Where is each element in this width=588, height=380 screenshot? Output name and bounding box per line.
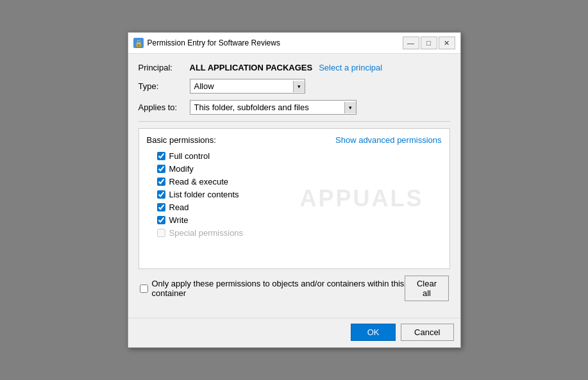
- read-execute-checkbox[interactable]: [157, 178, 165, 186]
- main-window: 🔒 Permission Entry for Software Reviews …: [128, 32, 461, 348]
- modify-label: Modify: [169, 164, 194, 174]
- ok-button[interactable]: OK: [351, 324, 396, 341]
- special-permissions-checkbox[interactable]: [157, 229, 165, 237]
- applies-to-label: Applies to:: [139, 103, 190, 112]
- type-select-arrow: ▾: [293, 81, 305, 92]
- maximize-button[interactable]: □: [421, 37, 437, 49]
- window-controls: — □ ✕: [403, 37, 455, 49]
- checkbox-row-full-control: Full control: [157, 151, 442, 161]
- checkbox-row-list-folder: List folder contents: [157, 190, 442, 199]
- permissions-section: Basic permissions: Show advanced permiss…: [139, 128, 450, 269]
- special-permissions-label: Special permissions: [169, 228, 244, 238]
- read-execute-label: Read & execute: [169, 177, 229, 186]
- divider: [139, 121, 450, 122]
- type-select-value: Allow: [194, 81, 290, 91]
- write-label: Write: [169, 215, 189, 225]
- content-area: Principal: ALL APPLICATION PACKAGES Sele…: [128, 54, 460, 318]
- applies-to-select-value: This folder, subfolders and files: [194, 103, 342, 112]
- read-label: Read: [169, 202, 189, 212]
- permissions-header: Basic permissions: Show advanced permiss…: [147, 135, 442, 145]
- window-title: Permission Entry for Software Reviews: [147, 38, 403, 47]
- checkbox-row-modify: Modify: [157, 164, 442, 174]
- full-control-label: Full control: [169, 151, 210, 161]
- checkbox-row-special: Special permissions: [157, 228, 442, 238]
- type-label: Type:: [139, 81, 190, 91]
- list-folder-label: List folder contents: [169, 190, 239, 199]
- bottom-row: Only apply these permissions to objects …: [139, 276, 450, 301]
- checkbox-row-write: Write: [157, 215, 442, 225]
- only-apply-checkbox[interactable]: [140, 285, 148, 293]
- type-select[interactable]: Allow ▾: [190, 79, 305, 94]
- applies-to-select-arrow: ▾: [344, 102, 356, 113]
- checkbox-row-read-execute: Read & execute: [157, 177, 442, 186]
- read-checkbox[interactable]: [157, 203, 165, 211]
- modify-checkbox[interactable]: [157, 165, 165, 173]
- title-bar: 🔒 Permission Entry for Software Reviews …: [128, 33, 460, 54]
- only-apply-label: Only apply these permissions to objects …: [152, 279, 405, 298]
- footer-buttons: OK Cancel: [128, 318, 460, 347]
- permissions-title: Basic permissions:: [147, 135, 216, 145]
- only-apply-row: Only apply these permissions to objects …: [140, 279, 405, 298]
- list-folder-checkbox[interactable]: [157, 190, 165, 199]
- applies-to-select[interactable]: This folder, subfolders and files ▾: [190, 100, 357, 115]
- applies-to-row: Applies to: This folder, subfolders and …: [139, 100, 450, 115]
- type-row: Type: Allow ▾: [139, 79, 450, 94]
- principal-value: ALL APPLICATION PACKAGES: [190, 63, 313, 72]
- checkbox-row-read: Read: [157, 202, 442, 212]
- principal-label: Principal:: [139, 63, 190, 72]
- write-checkbox[interactable]: [157, 216, 165, 224]
- minimize-button[interactable]: —: [403, 37, 419, 49]
- select-principal-link[interactable]: Select a principal: [319, 63, 382, 72]
- full-control-checkbox[interactable]: [157, 152, 165, 160]
- clear-all-button[interactable]: Clear all: [405, 276, 448, 301]
- window-icon: 🔒: [133, 38, 144, 48]
- show-advanced-link[interactable]: Show advanced permissions: [335, 135, 441, 145]
- principal-row: Principal: ALL APPLICATION PACKAGES Sele…: [139, 63, 450, 72]
- close-button[interactable]: ✕: [439, 37, 455, 49]
- cancel-button[interactable]: Cancel: [401, 324, 453, 341]
